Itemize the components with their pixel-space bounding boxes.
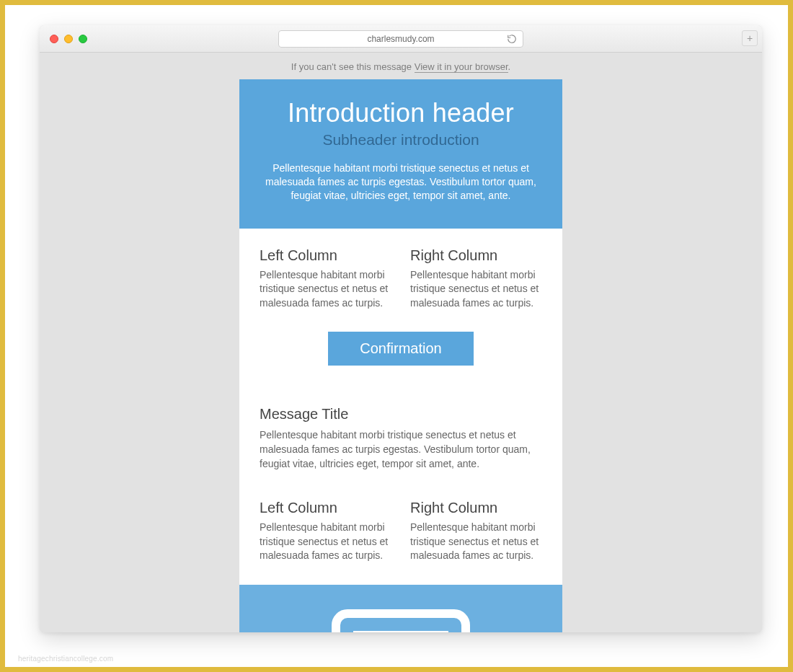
- message-title: Message Title: [260, 406, 542, 423]
- watermark-text: heritagechristiancollege.com: [18, 655, 113, 663]
- email-body: Introduction header Subheader introducti…: [239, 79, 562, 632]
- browser-titlebar: charlesmudy.com +: [40, 25, 762, 53]
- image-placeholder-block: [239, 585, 562, 632]
- two-column-section-1: Left Column Pellentesque habitant morbi …: [239, 229, 562, 388]
- browser-window: charlesmudy.com + If you can't see this …: [40, 25, 762, 632]
- hero-section: Introduction header Subheader introducti…: [239, 79, 562, 229]
- left-column-2-title: Left Column: [260, 500, 391, 516]
- browser-viewport: If you can't see this message View it in…: [40, 53, 762, 632]
- message-body: Pellentesque habitant morbi tristique se…: [260, 428, 542, 471]
- close-window-button[interactable]: [50, 35, 58, 43]
- svg-rect-0: [336, 614, 466, 632]
- left-column-2-body: Pellentesque habitant morbi tristique se…: [260, 521, 391, 563]
- plus-icon: +: [747, 32, 753, 44]
- preheader-suffix: .: [508, 61, 511, 72]
- right-column-1: Right Column Pellentesque habitant morbi…: [410, 247, 542, 311]
- reload-icon[interactable]: [507, 34, 517, 44]
- cta-row: Confirmation: [260, 332, 542, 366]
- hero-subtitle: Subheader introduction: [261, 131, 541, 149]
- maximize-window-button[interactable]: [79, 35, 87, 43]
- svg-rect-1: [353, 631, 448, 632]
- hero-body: Pellentesque habitant morbi tristique se…: [264, 162, 538, 203]
- message-section: Message Title Pellentesque habitant morb…: [239, 387, 562, 492]
- right-column-2-title: Right Column: [410, 500, 542, 516]
- address-bar[interactable]: charlesmudy.com: [278, 30, 523, 48]
- right-column-1-title: Right Column: [410, 247, 542, 264]
- confirmation-button[interactable]: Confirmation: [328, 332, 473, 366]
- preheader: If you can't see this message View it in…: [40, 53, 762, 79]
- view-in-browser-link[interactable]: View it in your browser: [415, 61, 508, 73]
- image-placeholder-icon: [329, 606, 473, 632]
- address-bar-url: charlesmudy.com: [367, 34, 434, 44]
- window-controls: [50, 35, 87, 43]
- left-column-2: Left Column Pellentesque habitant morbi …: [260, 500, 391, 563]
- preheader-text: If you can't see this message: [291, 61, 415, 72]
- left-column-1: Left Column Pellentesque habitant morbi …: [260, 247, 391, 311]
- two-column-section-2: Left Column Pellentesque habitant morbi …: [239, 492, 562, 585]
- page-frame: charlesmudy.com + If you can't see this …: [0, 0, 793, 672]
- right-column-2-body: Pellentesque habitant morbi tristique se…: [410, 521, 542, 563]
- left-column-1-title: Left Column: [260, 247, 391, 264]
- hero-title: Introduction header: [261, 98, 541, 128]
- minimize-window-button[interactable]: [64, 35, 73, 43]
- left-column-1-body: Pellentesque habitant morbi tristique se…: [260, 268, 391, 311]
- right-column-1-body: Pellentesque habitant morbi tristique se…: [410, 268, 542, 311]
- new-tab-button[interactable]: +: [742, 30, 758, 46]
- right-column-2: Right Column Pellentesque habitant morbi…: [410, 500, 542, 563]
